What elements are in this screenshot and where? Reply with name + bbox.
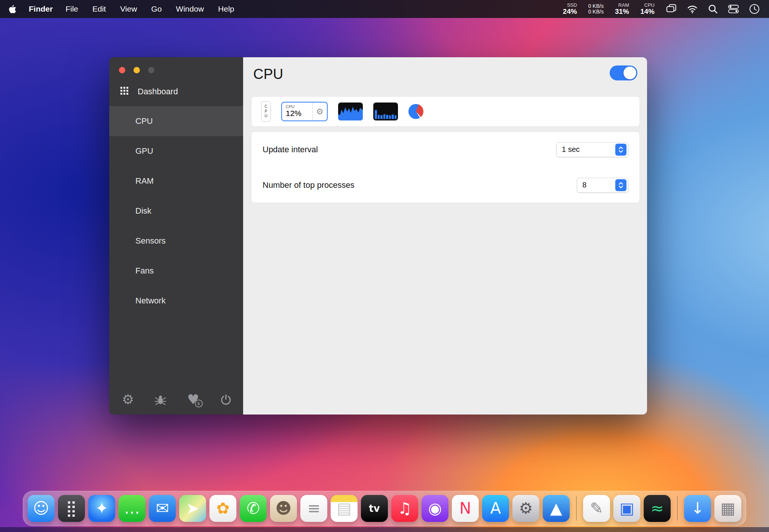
wifi-icon[interactable] xyxy=(687,4,698,14)
apple-menu-icon[interactable] xyxy=(9,5,16,13)
menu-bar-icons xyxy=(666,3,760,15)
dashboard-grid-icon xyxy=(120,87,129,97)
dock-separator xyxy=(576,496,577,521)
dock-activity-app-icon[interactable]: ≈ xyxy=(644,495,671,522)
widget-pie-chart[interactable] xyxy=(408,104,423,119)
module-enable-toggle[interactable] xyxy=(610,65,637,80)
popup-stepper-icon xyxy=(615,179,626,191)
status-network[interactable]: 0 KB/s0 KB/s xyxy=(588,3,604,15)
dock-textedit-glyph: ✎ xyxy=(590,501,603,516)
dock-photos-glyph: ✿ xyxy=(216,501,229,516)
dock-display-app-icon[interactable]: ▣ xyxy=(613,495,640,522)
spotlight-search-icon[interactable] xyxy=(708,4,718,14)
dock-facetime-glyph: ✆ xyxy=(246,501,260,516)
widget-bar-chart[interactable] xyxy=(373,103,398,120)
dock-maps-icon[interactable]: ➤ xyxy=(179,495,206,522)
sidebar-item-dashboard[interactable]: Dashboard xyxy=(109,80,243,103)
active-app-menu[interactable]: Finder xyxy=(29,4,53,13)
menu-file[interactable]: File xyxy=(65,4,78,13)
menu-help[interactable]: Help xyxy=(218,4,234,13)
stacked-windows-icon[interactable] xyxy=(666,3,677,15)
dock-contacts-icon[interactable]: ☻ xyxy=(270,495,297,522)
dock-tv-icon[interactable]: tv xyxy=(361,495,388,522)
status-ssd[interactable]: SSD24% xyxy=(563,3,577,16)
widget-mini-text: CPU xyxy=(264,104,268,119)
page-title: CPU xyxy=(253,66,283,82)
sidebar-item-network[interactable]: Network xyxy=(109,286,243,316)
status-ssd-label: SSD xyxy=(567,3,577,8)
dock-display-app-glyph: ▣ xyxy=(619,501,634,516)
bug-report-icon[interactable] xyxy=(154,394,167,406)
zoom-button[interactable] xyxy=(148,67,154,73)
dock-messages-icon[interactable]: … xyxy=(119,495,145,522)
dock-messages-glyph: … xyxy=(124,501,140,516)
dock-downloads-icon[interactable]: ↓ xyxy=(684,495,711,522)
sidebar-item-cpu[interactable]: CPU xyxy=(109,106,243,136)
menu-view[interactable]: View xyxy=(120,4,137,13)
dock-activity-app-glyph: ≈ xyxy=(650,501,664,516)
minimize-button[interactable] xyxy=(134,67,140,73)
dock-stats-app-icon[interactable]: ▲ xyxy=(543,495,570,522)
dock-reminders-glyph: ≡ xyxy=(307,501,320,516)
cpu-line-chart-shape xyxy=(338,107,363,120)
dock-app-store-icon[interactable]: A xyxy=(482,495,509,522)
dock-notes-icon[interactable]: ▤ xyxy=(331,495,358,522)
dock-news-icon[interactable]: N xyxy=(452,495,479,522)
settings-gear-icon[interactable]: ⚙ xyxy=(122,393,134,406)
control-center-icon[interactable] xyxy=(728,3,739,15)
sidebar-item-disk[interactable]: Disk xyxy=(109,196,243,226)
dock-mail-glyph: ✉ xyxy=(156,501,169,516)
dock-podcasts-icon[interactable]: ◉ xyxy=(422,495,448,522)
sidebar-item-ram[interactable]: RAM xyxy=(109,166,243,196)
dock-system-preferences-icon[interactable]: ⚙ xyxy=(512,495,539,522)
dock-launchpad-glyph: ⣿ xyxy=(66,501,77,516)
dashboard-label: Dashboard xyxy=(138,87,178,97)
popup-update-interval[interactable]: 1 sec xyxy=(556,142,628,157)
menu-bar: Finder FileEditViewGoWindowHelp SSD24%0 … xyxy=(0,0,769,18)
dock-reminders-icon[interactable]: ≡ xyxy=(300,495,327,522)
popup-stepper-icon xyxy=(615,144,626,156)
dock-textedit-icon[interactable]: ✎ xyxy=(583,495,610,522)
status-ram-label: RAM xyxy=(618,3,629,8)
dock-finder-icon[interactable]: ☺ xyxy=(28,495,55,522)
dock-app-store-glyph: A xyxy=(490,501,501,516)
dock-mail-icon[interactable]: ✉ xyxy=(149,495,176,522)
status-cpu[interactable]: CPU14% xyxy=(640,3,655,16)
status-ram[interactable]: RAM31% xyxy=(615,3,629,16)
bar-chart-bar xyxy=(380,115,383,119)
widget-mini-cpu[interactable]: CPU xyxy=(261,101,271,122)
close-button[interactable] xyxy=(119,67,125,73)
dock-trash-icon[interactable]: ▦ xyxy=(714,495,741,522)
menu-edit[interactable]: Edit xyxy=(92,4,106,13)
quit-power-icon[interactable] xyxy=(220,394,232,406)
donate-heart-icon[interactable]: ♥$ xyxy=(187,393,199,406)
dock-tv-glyph: tv xyxy=(369,504,380,513)
clock-icon[interactable] xyxy=(749,3,760,15)
popup-value-top-processes: 8 xyxy=(577,181,586,189)
window-content: CPU CPU CPU 12% ⚙ xyxy=(243,57,647,415)
dock-launchpad-icon[interactable]: ⣿ xyxy=(58,495,85,522)
menu-go[interactable]: Go xyxy=(151,4,162,13)
sidebar-item-gpu[interactable]: GPU xyxy=(109,136,243,166)
widget-line-chart[interactable] xyxy=(338,103,363,120)
stats-settings-window: Dashboard CPUGPURAMDiskSensorsFansNetwor… xyxy=(109,57,647,415)
toggle-knob xyxy=(624,67,636,79)
donate-badge: $ xyxy=(195,400,203,407)
status-network-value: 0 KB/s xyxy=(588,9,604,15)
menu-window[interactable]: Window xyxy=(176,4,204,13)
sidebar-item-fans[interactable]: Fans xyxy=(109,256,243,286)
dock-photos-icon[interactable]: ✿ xyxy=(209,495,236,522)
dock-facetime-icon[interactable]: ✆ xyxy=(240,495,267,522)
widget-settings-gear-icon[interactable]: ⚙ xyxy=(313,103,327,120)
widget-label-selected[interactable]: CPU 12% ⚙ xyxy=(281,102,328,121)
dock-safari-icon[interactable]: ✦ xyxy=(88,495,115,522)
dock-music-glyph: ♫ xyxy=(398,501,412,516)
settings-card: Update interval1 secNumber of top proces… xyxy=(251,131,640,203)
bar-chart-bar xyxy=(392,114,394,119)
dock-finder-glyph: ☺ xyxy=(33,501,49,516)
sidebar-footer: ⚙ ♥$ xyxy=(122,393,232,406)
menu-bar-status: SSD24%0 KB/s0 KB/sRAM31%CPU14% xyxy=(563,3,655,16)
dock-music-icon[interactable]: ♫ xyxy=(391,495,418,522)
sidebar-item-sensors[interactable]: Sensors xyxy=(109,226,243,256)
popup-top-processes[interactable]: 8 xyxy=(577,178,628,193)
